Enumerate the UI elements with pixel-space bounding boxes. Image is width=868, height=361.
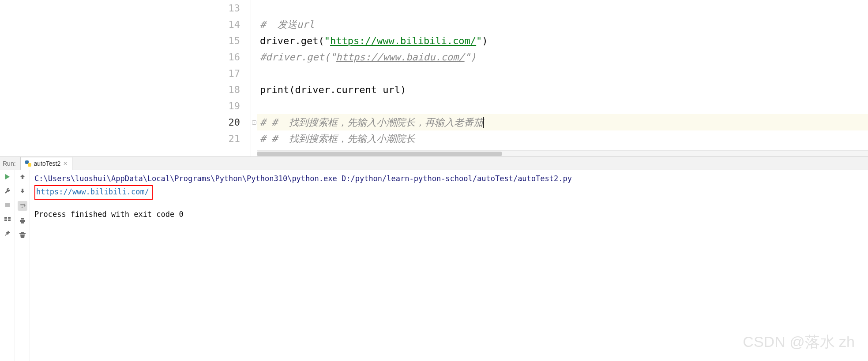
line-number[interactable]: 14 [205,16,251,33]
code-token: driver.get( [260,35,324,46]
app-root: 131415161718192021 - # 发送urldriver.get("… [0,0,868,361]
fold-cell [251,49,257,65]
line-number[interactable]: 16 [205,49,251,65]
svg-marker-0 [5,174,10,179]
code-line[interactable]: #driver.get("https://www.baidu.com/") [257,49,868,65]
print-icon[interactable] [19,217,26,225]
fold-cell [251,98,257,114]
run-tool-window: Run: autoTest2 ✕ C [0,156,868,361]
fold-cell [251,33,257,49]
console-command: C:\Users\luoshui\AppData\Local\Programs\… [34,173,864,184]
pin-icon[interactable] [4,229,11,237]
arrow-down-icon[interactable] [19,187,26,195]
fold-cell [251,82,257,98]
fold-toggle-icon[interactable]: - [252,120,256,125]
code-token: " [476,35,482,46]
run-tabbar: Run: autoTest2 ✕ [0,157,868,170]
editor-area: 131415161718192021 - # 发送urldriver.get("… [0,0,868,156]
console-link[interactable]: https://www.bilibili.com/ [36,187,149,196]
code-line[interactable] [257,65,868,82]
run-label: Run: [0,157,20,170]
editor-horizontal-scrollbar[interactable] [257,150,868,156]
console-output[interactable]: C:\Users\luoshui\AppData\Local\Programs\… [30,170,868,361]
text-caret [483,117,484,128]
fold-cell [251,65,257,82]
trash-icon[interactable] [19,231,26,239]
line-number[interactable]: 15 [205,33,251,49]
stop-icon[interactable] [4,201,11,209]
code-token: # # 找到搜索框，先输入小潮院长，再输入老番茄 [260,116,483,129]
run-icon[interactable] [4,173,11,181]
code-line[interactable] [257,98,868,114]
close-icon[interactable]: ✕ [63,160,68,167]
run-tab-autotest2[interactable]: autoTest2 ✕ [20,157,73,170]
fold-column[interactable]: - [251,0,257,156]
wrench-icon[interactable] [4,187,11,195]
fold-cell [251,0,257,16]
code-line[interactable]: driver.get("https://www.bilibili.com/") [257,33,868,49]
code-line[interactable]: # # 找到搜索框，先输入小潮院长，再输入老番茄 [257,114,868,130]
svg-rect-2 [4,217,7,219]
fold-cell [251,130,257,147]
line-number[interactable]: 17 [205,65,251,82]
code-line[interactable]: # 发送url [257,16,868,33]
code-token: # # 找到搜索框，先输入小潮院长 [260,132,415,145]
fold-cell[interactable]: - [251,114,257,130]
code-token: print(driver.current_url) [260,84,406,95]
python-file-icon [25,160,31,167]
line-number[interactable]: 20 [205,114,251,130]
code-token: https://www.baidu.com/ [336,52,464,63]
fold-cell [251,16,257,33]
line-number[interactable]: 21 [205,130,251,147]
soft-wrap-icon[interactable] [18,201,27,211]
code-line[interactable]: # # 找到搜索框，先输入小潮院长 [257,130,868,147]
code-token: ") [465,52,477,63]
code-token: # 发送url [260,18,314,31]
line-number[interactable]: 19 [205,98,251,114]
run-tab-label: autoTest2 [34,160,61,167]
code-token: https://www.bilibili.com/ [330,35,476,46]
run-toolbar-left [0,170,15,361]
code-token: ) [482,35,488,46]
highlight-box: https://www.bilibili.com/ [34,185,153,199]
editor-left-blank [0,0,205,156]
line-number[interactable]: 18 [205,82,251,98]
svg-rect-4 [4,220,7,221]
run-toolbar-right [15,170,30,361]
scrollbar-thumb[interactable] [257,152,502,156]
svg-rect-3 [8,217,11,219]
line-number[interactable]: 13 [205,0,251,16]
svg-rect-5 [8,220,11,221]
run-body: C:\Users\luoshui\AppData\Local\Programs\… [0,170,868,361]
svg-rect-1 [5,203,10,207]
arrow-up-icon[interactable] [19,173,26,181]
layout-icon[interactable] [4,215,11,223]
console-exit: Process finished with exit code 0 [34,208,864,220]
code-editor[interactable]: # 发送urldriver.get("https://www.bilibili.… [257,0,868,156]
code-line[interactable]: print(driver.current_url) [257,82,868,98]
code-line[interactable] [257,0,868,16]
code-token: #driver.get(" [260,52,336,63]
line-number-gutter[interactable]: 131415161718192021 [205,0,251,156]
code-token: " [324,35,330,46]
